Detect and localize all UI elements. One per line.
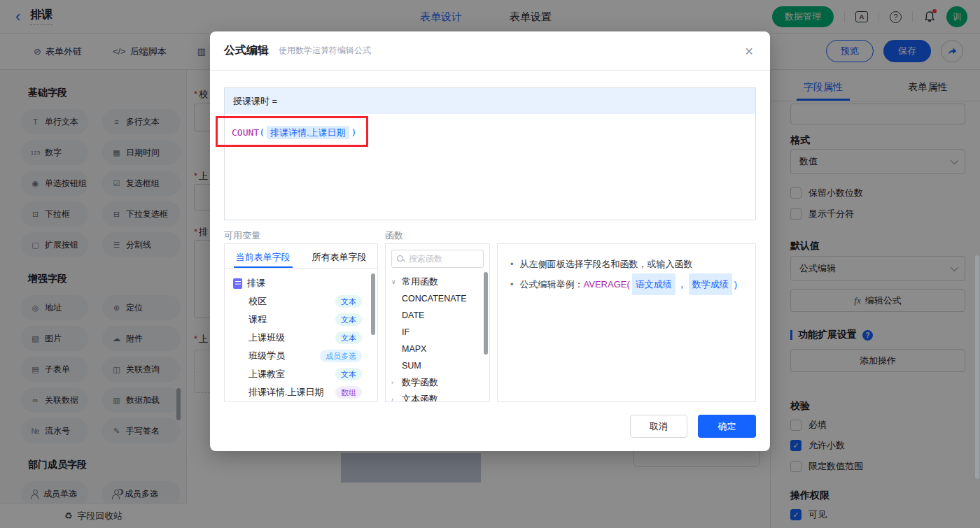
formula-field-token[interactable]: 排课详情.上课日期 bbox=[267, 126, 349, 139]
variable-name: 上课班级 bbox=[248, 331, 285, 344]
variable-item[interactable]: 排课详情.上课日期数组 bbox=[233, 383, 370, 401]
variable-name: 上课教室 bbox=[248, 368, 285, 380]
variable-name: 课程 bbox=[248, 313, 267, 326]
tree-root-form[interactable]: 排课 bbox=[233, 274, 370, 292]
formula-function: COUNT bbox=[232, 127, 259, 138]
tree-root-label: 排课 bbox=[247, 277, 265, 290]
search-icon bbox=[397, 255, 405, 263]
function-item[interactable]: IF bbox=[386, 324, 489, 341]
variables-label: 可用变量 bbox=[224, 229, 260, 242]
help-text: 公式编辑举例： bbox=[520, 275, 584, 294]
functions-label: 函数 bbox=[385, 229, 403, 242]
modal-subtitle: 使用数学运算符编辑公式 bbox=[279, 45, 371, 57]
help-line-1: • 从左侧面板选择字段名和函数，或输入函数 bbox=[510, 255, 743, 273]
function-group-common[interactable]: ∨常用函数 bbox=[386, 273, 489, 290]
tab-all-form-fields[interactable]: 所有表单字段 bbox=[301, 244, 377, 268]
modal-title: 公式编辑 bbox=[224, 43, 269, 58]
function-item[interactable]: MAPX bbox=[386, 341, 489, 357]
type-badge: 数组 bbox=[335, 386, 362, 399]
type-badge: 文本 bbox=[335, 313, 362, 326]
modal-header: 公式编辑 使用数学运算符编辑公式 × bbox=[210, 31, 770, 71]
cancel-button[interactable]: 取消 bbox=[630, 415, 687, 438]
variable-item[interactable]: 上课教室文本 bbox=[233, 365, 370, 383]
variable-item[interactable]: 班级学员成员多选 bbox=[233, 347, 370, 365]
function-item[interactable]: DATE bbox=[386, 307, 489, 324]
example-function: AVERAGE( bbox=[584, 275, 630, 294]
formula-editor[interactable]: 授课课时 = COUNT(排课详情.上课日期) bbox=[224, 87, 756, 220]
search-placeholder: 搜索函数 bbox=[409, 253, 442, 265]
type-badge: 文本 bbox=[335, 368, 362, 380]
group-label: 常用函数 bbox=[402, 276, 438, 288]
close-icon[interactable]: × bbox=[745, 44, 753, 58]
bullet-icon: • bbox=[510, 275, 514, 294]
functions-panel: 搜索函数 ∨常用函数 CONCATENATE DATE IF MAPX SUM … bbox=[385, 243, 490, 402]
app-root: ‹ 排课 表单设计 表单设置 数据管理 A ? 训 ⊘ 表单外链 bbox=[0, 0, 980, 528]
variable-name: 校区 bbox=[248, 295, 267, 308]
chevron-down-icon: ∨ bbox=[391, 278, 398, 285]
function-item[interactable]: SUM bbox=[386, 357, 489, 374]
functions-scrollbar[interactable] bbox=[484, 272, 488, 355]
example-token: 数学成绩 bbox=[689, 273, 732, 295]
tab-current-form-fields[interactable]: 当前表单字段 bbox=[225, 244, 301, 268]
page-scrollbar[interactable] bbox=[975, 255, 979, 479]
help-panel: • 从左侧面板选择字段名和函数，或输入函数 • 公式编辑举例： AVERAGE(… bbox=[497, 243, 756, 402]
variables-tree: 排课 校区文本 课程文本 上课班级文本 班级学员成员多选 上课教室文本 排课详情… bbox=[225, 269, 377, 401]
chevron-right-icon: › bbox=[391, 379, 398, 386]
close-paren: ) bbox=[734, 275, 737, 294]
variables-panel: 当前表单字段 所有表单字段 排课 校区文本 课程文本 上课班级文本 班级学员成员… bbox=[224, 243, 378, 402]
type-badge: 文本 bbox=[335, 295, 362, 308]
open-paren: ( bbox=[259, 127, 265, 138]
formula-expression[interactable]: COUNT(排课详情.上课日期) bbox=[232, 127, 755, 139]
example-token: 语文成绩 bbox=[632, 273, 676, 295]
variables-scrollbar[interactable] bbox=[371, 273, 375, 335]
variable-name: 排课详情.上课日期 bbox=[248, 386, 324, 399]
variable-item[interactable]: 上课班级文本 bbox=[233, 329, 370, 347]
function-item[interactable]: CONCATENATE bbox=[386, 290, 489, 307]
function-group-math[interactable]: ›数学函数 bbox=[386, 374, 489, 391]
close-paren: ) bbox=[351, 127, 357, 138]
confirm-button[interactable]: 确定 bbox=[698, 415, 756, 438]
group-label: 文本函数 bbox=[402, 393, 438, 402]
help-text: 从左侧面板选择字段名和函数，或输入函数 bbox=[520, 255, 693, 273]
function-search-input[interactable]: 搜索函数 bbox=[391, 250, 484, 268]
variable-item[interactable]: 校区文本 bbox=[233, 292, 370, 311]
variables-tabs: 当前表单字段 所有表单字段 bbox=[225, 244, 377, 269]
type-badge: 成员多选 bbox=[320, 350, 362, 362]
variable-name: 班级学员 bbox=[248, 350, 285, 362]
form-icon bbox=[233, 278, 242, 289]
function-group-text[interactable]: ›文本函数 bbox=[386, 391, 489, 402]
formula-target: 授课课时 = bbox=[225, 88, 755, 114]
help-line-2: • 公式编辑举例： AVERAGE( 语文成绩 ， 数学成绩 ) bbox=[510, 273, 743, 295]
variable-item[interactable]: 课程文本 bbox=[233, 311, 370, 329]
type-badge: 文本 bbox=[335, 331, 362, 344]
comma: ， bbox=[678, 275, 687, 294]
formula-edit-modal: 公式编辑 使用数学运算符编辑公式 × 授课课时 = COUNT(排课详情.上课日… bbox=[210, 31, 770, 451]
group-label: 数学函数 bbox=[402, 376, 438, 389]
bullet-icon: • bbox=[510, 255, 514, 273]
chevron-right-icon: › bbox=[391, 396, 398, 402]
